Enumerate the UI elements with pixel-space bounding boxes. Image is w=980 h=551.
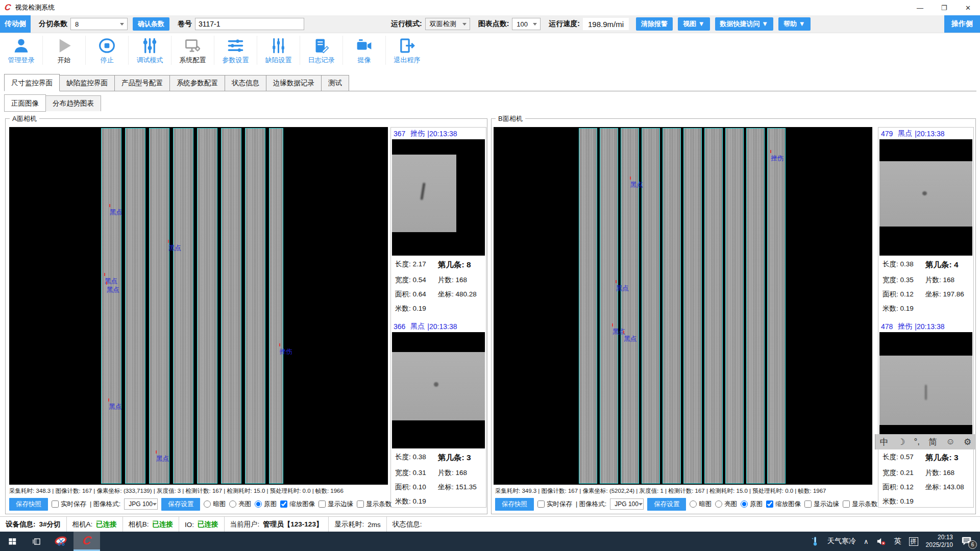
defect-card[interactable]: 367 挫伤 |20:13:38 长度: 2.17 第几条: 8 宽度: 0.5… (391, 128, 486, 313)
exit-program-button[interactable]: 退出程序 (385, 36, 428, 65)
defect-thumbnail[interactable] (879, 332, 972, 448)
ime-simplified-icon[interactable]: 简 (928, 436, 937, 448)
defect-thumbnail[interactable] (392, 139, 485, 256)
defect-card[interactable]: 366 黑点 |20:13:38 长度: 0.38 第几条: 3 宽度: 0.3… (391, 320, 486, 506)
original-image-radio[interactable]: 原图 (741, 500, 763, 509)
tab-defect-monitor[interactable]: 缺陷监控界面 (60, 75, 115, 91)
radio[interactable] (255, 500, 262, 508)
camera-a-defect-list[interactable]: 367 挫伤 |20:13:38 长度: 2.17 第几条: 8 宽度: 0.5… (390, 127, 486, 508)
weather-text[interactable]: 天气寒冷 (827, 537, 856, 546)
zoom-image-checkbox[interactable]: 缩放图像 (766, 500, 801, 509)
admin-login-button[interactable]: 管理登录 (0, 36, 42, 65)
system-config-button[interactable]: 系统配置 (171, 36, 214, 65)
chart-points-select[interactable]: 100 (512, 18, 541, 30)
save-settings-button[interactable]: 保存设置 (161, 498, 200, 511)
realtime-save-checkbox[interactable]: 实时保存 (52, 500, 86, 509)
close-icon[interactable]: ✕ (956, 0, 980, 15)
image-format-select[interactable]: JPG 100 (124, 498, 158, 510)
tab-edge-data-record[interactable]: 边缘数据记录 (266, 75, 322, 91)
confirm-count-button[interactable]: 确认条数 (133, 17, 169, 31)
clock[interactable]: 20:13 2025/2/10 (926, 534, 953, 549)
camera-b-image[interactable]: 挫伤黑点黑点黑点黑点 (494, 127, 872, 485)
checkbox[interactable] (537, 500, 545, 508)
ime-mode-indicator[interactable]: 拼 (909, 537, 918, 546)
capture-image-button[interactable]: 提像 (342, 36, 385, 65)
bright-image-radio[interactable]: 亮图 (229, 500, 251, 509)
dark-image-radio[interactable]: 暗图 (204, 500, 226, 509)
thermometer-icon[interactable] (811, 536, 820, 547)
tab-size-monitor[interactable]: 尺寸监控界面 (4, 74, 60, 91)
ime-emoji-icon[interactable]: ☺ (946, 437, 954, 447)
snipping-tool-button[interactable] (49, 532, 74, 551)
vision-app-taskbar-button[interactable]: C (74, 532, 100, 551)
checkbox[interactable] (52, 500, 59, 508)
tab-system-param-config[interactable]: 系统参数配置 (170, 75, 225, 91)
camera-b-defect-list[interactable]: 479 黑点 |20:13:38 长度: 0.38 第几条: 4 宽度: 0.3… (878, 127, 974, 508)
image-format-select[interactable]: JPG 100 (610, 498, 644, 510)
start-button[interactable]: 开始 (42, 36, 85, 65)
dark-image-radio[interactable]: 暗图 (690, 500, 712, 509)
camera-a-image[interactable]: 黑点黑点黑点黑点挫伤黑点黑点 (9, 127, 388, 485)
tab-test[interactable]: 测试 (322, 75, 349, 91)
tray-expand-icon[interactable]: ∧ (864, 538, 869, 545)
show-edge-checkbox[interactable]: 显示边缘 (804, 500, 839, 509)
drive-side-button[interactable]: 传动侧 (0, 15, 31, 33)
main-tabstrip: 尺寸监控界面 缺陷监控界面 产品型号配置 系统参数配置 状态信息 边缘数据记录 … (4, 74, 976, 91)
save-settings-button[interactable]: 保存设置 (647, 498, 686, 511)
tab-product-model-config[interactable]: 产品型号配置 (115, 75, 170, 91)
radio[interactable] (229, 500, 236, 508)
checkbox[interactable] (804, 500, 812, 508)
task-view-button[interactable] (24, 532, 49, 551)
roll-number-input[interactable] (195, 18, 304, 30)
speaker-muted-icon[interactable] (876, 537, 887, 546)
save-snapshot-button[interactable]: 保存快照 (9, 498, 48, 511)
run-mode-select[interactable]: 双面检测 (425, 18, 470, 30)
camera-a-status-line: 采集耗时: 348.3 | 图像计数: 167 | 像素坐标: (333,713… (9, 487, 344, 495)
defect-settings-button[interactable]: 缺陷设置 (257, 36, 300, 65)
radio[interactable] (715, 500, 722, 508)
defect-thumbnail[interactable] (879, 139, 972, 256)
show-count-checkbox[interactable]: 显示条数 (357, 500, 391, 509)
original-image-radio[interactable]: 原图 (255, 500, 277, 509)
checkbox[interactable] (318, 500, 326, 508)
debug-mode-button[interactable]: 调试模式 (128, 36, 171, 65)
language-indicator[interactable]: 英 (894, 537, 901, 546)
tab-status-info[interactable]: 状态信息 (225, 75, 266, 91)
tab-front-image[interactable]: 正面图像 (4, 94, 46, 112)
bright-image-radio[interactable]: 亮图 (715, 500, 737, 509)
ime-settings-gear-icon[interactable]: ⚙ (964, 437, 971, 447)
realtime-save-checkbox[interactable]: 实时保存 (537, 500, 572, 509)
parameter-settings-button[interactable]: 参数设置 (214, 36, 257, 65)
notification-center-button[interactable]: 6 (961, 535, 974, 547)
radio[interactable] (690, 500, 697, 508)
tab-distribution-trend[interactable]: 分布趋势图表 (46, 95, 101, 111)
ime-punctuation-icon[interactable]: °, (914, 437, 920, 447)
minimize-icon[interactable]: — (908, 0, 932, 15)
defect-card[interactable]: 478 挫伤 |20:13:38 长度: 0.57 第几条: 3 宽度: 0.2… (878, 320, 973, 506)
radio[interactable] (741, 500, 748, 508)
data-quick-access-button[interactable]: 数据快捷访问 ▼ (715, 17, 773, 31)
help-menu-button[interactable]: 帮助 ▼ (778, 17, 810, 31)
checkbox[interactable] (357, 500, 364, 508)
stop-button[interactable]: 停止 (85, 36, 128, 65)
defect-card[interactable]: 479 黑点 |20:13:38 长度: 0.38 第几条: 4 宽度: 0.3… (878, 128, 973, 313)
clear-alarm-button[interactable]: 清除报警 (636, 17, 673, 31)
ime-halfmoon-icon[interactable]: ☽ (897, 437, 905, 447)
checkbox[interactable] (843, 500, 850, 508)
save-snapshot-button[interactable]: 保存快照 (495, 498, 534, 511)
defect-thumbnail[interactable] (392, 332, 485, 448)
checkbox[interactable] (280, 500, 287, 508)
show-count-checkbox[interactable]: 显示条数 (843, 500, 877, 509)
exit-icon (398, 37, 416, 55)
checkbox[interactable] (766, 500, 773, 508)
slit-count-select[interactable]: 8 (70, 18, 128, 30)
ime-chinese-mode-icon[interactable]: 中 (880, 436, 889, 448)
show-edge-checkbox[interactable]: 显示边缘 (318, 500, 353, 509)
radio[interactable] (204, 500, 211, 508)
zoom-image-checkbox[interactable]: 缩放图像 (280, 500, 315, 509)
view-menu-button[interactable]: 视图 ▼ (678, 17, 709, 31)
log-record-button[interactable]: 日志记录 (300, 36, 342, 65)
start-button[interactable] (0, 532, 24, 551)
operator-side-button[interactable]: 操作侧 (944, 15, 980, 33)
maximize-icon[interactable]: ❐ (932, 0, 956, 15)
